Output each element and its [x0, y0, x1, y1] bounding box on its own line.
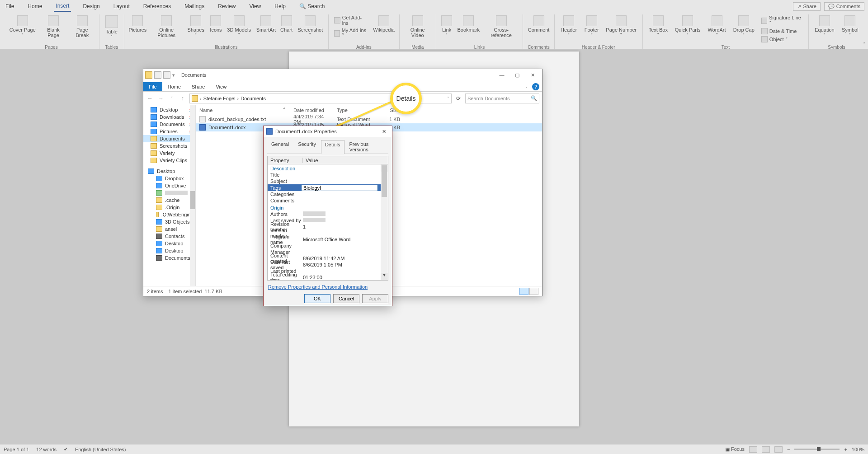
apply-button[interactable]: Apply [362, 294, 388, 303]
nav-recent-icon[interactable]: ˅ [168, 96, 176, 101]
comment-button[interactable]: Comment [528, 14, 550, 33]
status-language[interactable]: English (United States) [75, 447, 126, 452]
ribbon-tab-layout[interactable]: Layout [112, 1, 132, 11]
sidebar-item-documents-sel[interactable]: Documents [143, 135, 195, 142]
ribbon-tab-mailings[interactable]: Mailings [183, 1, 206, 11]
search-input[interactable]: Search Documents🔍 [465, 94, 539, 103]
prop-subject[interactable]: Subject [268, 178, 381, 184]
sidebar-item-variety[interactable]: Variety [143, 150, 195, 157]
zoom-in-button[interactable]: + [844, 447, 847, 452]
equation-button[interactable]: Equation ˅ [813, 14, 836, 38]
sidebar-item-desktop2[interactable]: Desktop [143, 240, 195, 247]
cover-page-button[interactable]: Cover Page ˅ [8, 14, 37, 38]
object-button[interactable]: Object ˅ [760, 36, 804, 43]
sidebar-item-documents2[interactable]: Documents [143, 254, 195, 262]
prop-tags[interactable]: Tags Biology [268, 184, 381, 191]
ok-button[interactable]: OK [304, 294, 330, 303]
screenshot-button[interactable]: Screenshot ˅ [297, 14, 324, 38]
zoom-out-button[interactable]: − [787, 447, 790, 452]
sidebar-item-desktop[interactable]: Desktop📌 [143, 106, 195, 113]
drop-cap-button[interactable]: Drop Cap ˅ [732, 14, 756, 38]
minimize-button[interactable]: — [494, 70, 509, 80]
explorer-tab-home[interactable]: Home [162, 82, 186, 91]
sidebar-item-this-desktop[interactable]: Desktop [143, 168, 195, 175]
page-number-button[interactable]: Page Number ˅ [605, 14, 638, 38]
sidebar-item-user[interactable] [143, 189, 195, 197]
properties-scrollbar[interactable]: ▲▼ [381, 164, 388, 280]
tab-previous-versions[interactable]: Previous Versions [345, 140, 388, 154]
get-addins-button[interactable]: Get Add-ins [333, 14, 368, 26]
explorer-sidebar[interactable]: Desktop📌 Downloads📌 Documents📌 Pictures📌… [143, 105, 196, 286]
table-button[interactable]: Table ˅ [104, 14, 119, 40]
prop-saved[interactable]: Date last saved8/6/2019 1:05 PM [268, 262, 381, 268]
bookmark-button[interactable]: Bookmark [458, 14, 480, 33]
view-read-icon[interactable] [749, 446, 757, 453]
prop-authors[interactable]: Authors [268, 211, 381, 217]
prop-categories[interactable]: Categories [268, 191, 381, 197]
sidebar-item-ansel[interactable]: ansel [143, 225, 195, 233]
header-button[interactable]: Header ˅ [559, 14, 579, 38]
pictures-button[interactable]: Pictures [129, 14, 147, 33]
ribbon-search[interactable]: 🔍 Search [297, 1, 326, 11]
zoom-level[interactable]: 100% [852, 447, 864, 452]
help-icon[interactable]: ? [532, 83, 539, 90]
sidebar-scrollbar[interactable] [190, 105, 195, 286]
online-pictures-button[interactable]: Online Pictures [151, 14, 182, 38]
ribbon-tab-review[interactable]: Review [216, 1, 237, 11]
focus-mode-button[interactable]: ▣ Focus [725, 446, 745, 452]
text-box-button[interactable]: Text Box ˅ [647, 14, 669, 38]
view-web-icon[interactable] [774, 446, 783, 453]
sidebar-item-desktop3[interactable]: Desktop [143, 247, 195, 254]
properties-qat-icon[interactable] [154, 71, 161, 79]
signature-line-button[interactable]: Signature Line ˅ [760, 14, 804, 27]
sidebar-item-3dobjects[interactable]: 3D Objects [143, 218, 195, 225]
explorer-tab-view[interactable]: View [210, 82, 232, 91]
icons-button[interactable]: Icons [210, 14, 222, 33]
date-time-button[interactable]: Date & Time [760, 28, 804, 35]
sidebar-item-variety-clips[interactable]: Variety Clips [143, 157, 195, 164]
wordart-button[interactable]: WordArt ˅ [706, 14, 727, 38]
prop-editing-time[interactable]: Total editing time01:23:00 [268, 274, 381, 281]
cancel-button[interactable]: Cancel [333, 294, 359, 303]
quick-parts-button[interactable]: Quick Parts ˅ [674, 14, 702, 38]
sidebar-item-documents[interactable]: Documents📌 [143, 121, 195, 128]
collapse-ribbon-icon[interactable]: ˄ [863, 42, 865, 47]
prop-comments[interactable]: Comments [268, 197, 381, 204]
ribbon-tab-home[interactable]: Home [26, 1, 44, 11]
status-words[interactable]: 12 words [36, 447, 57, 452]
wikipedia-button[interactable]: Wikipedia [373, 14, 395, 33]
breadcrumb-dropdown-icon[interactable]: ˅ [447, 96, 449, 101]
nav-back-icon[interactable]: ← [146, 95, 154, 102]
zoom-slider[interactable] [794, 449, 840, 450]
comments-button[interactable]: 💬 Comments [824, 2, 864, 11]
tab-general[interactable]: General [267, 140, 293, 154]
link-button[interactable]: Link ˅ [441, 14, 453, 38]
sidebar-item-pictures[interactable]: Pictures📌 [143, 128, 195, 135]
sidebar-item-origin[interactable]: .Origin [143, 204, 195, 211]
breadcrumb-segment[interactable]: Stefanie Fogel [203, 96, 236, 101]
remove-properties-link[interactable]: Remove Properties and Personal Informati… [268, 284, 387, 290]
explorer-tab-file[interactable]: File [143, 82, 162, 91]
explorer-titlebar[interactable]: ▾ | Documents — ▢ ✕ [143, 69, 542, 81]
close-button[interactable]: ✕ [525, 70, 540, 80]
dialog-close-button[interactable]: ✕ [378, 129, 389, 135]
ribbon-expand-icon[interactable]: ˅ [524, 86, 529, 91]
sidebar-item-onedrive[interactable]: OneDrive [143, 182, 195, 189]
share-button[interactable]: ↗ Share [793, 2, 820, 11]
prop-title[interactable]: Title [268, 172, 381, 178]
cross-reference-button[interactable]: Cross- reference [484, 14, 518, 38]
shapes-button[interactable]: Shapes ˅ [186, 14, 205, 38]
ribbon-tab-references[interactable]: References [142, 1, 173, 11]
prop-company[interactable]: Company [268, 243, 381, 249]
ribbon-tab-view[interactable]: View [248, 1, 263, 11]
symbol-button[interactable]: Symbol ˅ [840, 14, 860, 38]
my-addins-button[interactable]: My Add-ins ˅ [333, 27, 368, 39]
tab-security[interactable]: Security [294, 140, 320, 154]
status-spellcheck-icon[interactable]: ✔ [64, 446, 68, 452]
view-print-icon[interactable] [762, 446, 770, 453]
sidebar-item-contacts[interactable]: Contacts [143, 233, 195, 240]
view-large-icons-icon[interactable] [529, 288, 538, 295]
prop-program[interactable]: Program nameMicrosoft Office Word [268, 236, 381, 243]
ribbon-tab-help[interactable]: Help [273, 1, 288, 11]
online-video-button[interactable]: Online Video [404, 14, 431, 38]
